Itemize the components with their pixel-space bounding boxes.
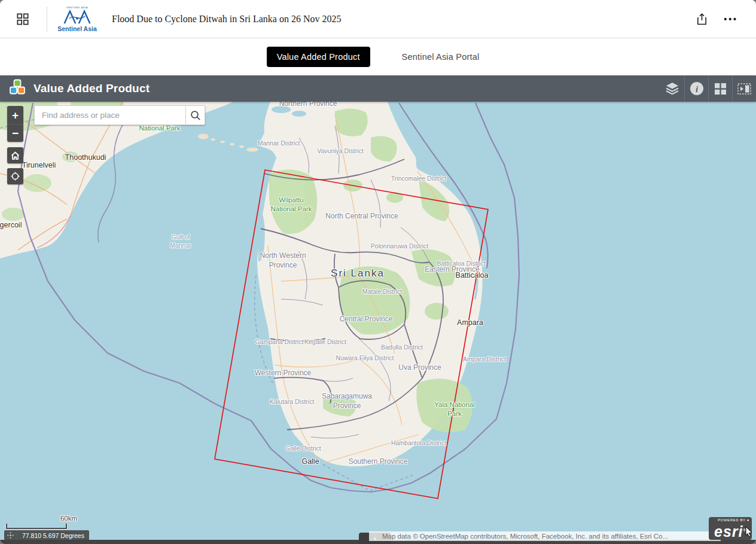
zoom-out-button[interactable]: − bbox=[7, 124, 23, 142]
zoom-in-button[interactable]: + bbox=[7, 106, 23, 124]
tab-bar: Value Added Product Sentinel Asia Portal bbox=[0, 38, 756, 76]
top-header: SENTINEL ASIA Sentinel Asia Flood Due to… bbox=[0, 0, 756, 38]
scale-label: 60km bbox=[60, 515, 77, 522]
value-added-product-logo-icon bbox=[8, 79, 26, 99]
coordinates-value: 77.810 5.697 Degrees bbox=[17, 532, 89, 539]
app-window: SENTINEL ASIA Sentinel Asia Flood Due to… bbox=[0, 0, 756, 544]
page-title: Flood Due to Cyclone Ditwah in Sri Lanka… bbox=[112, 14, 342, 25]
esri-powered-by: POWERED BY bbox=[718, 518, 746, 522]
map-title: Value Added Product bbox=[33, 82, 150, 95]
share-icon[interactable] bbox=[696, 12, 708, 26]
search-icon[interactable] bbox=[185, 105, 205, 125]
apps-grid-icon[interactable] bbox=[708, 75, 732, 102]
collapse-panel-icon[interactable] bbox=[732, 75, 756, 102]
home-button[interactable] bbox=[7, 147, 23, 163]
tab-value-added-product[interactable]: Value Added Product bbox=[267, 47, 370, 67]
search-input[interactable] bbox=[34, 105, 185, 125]
info-icon[interactable]: i bbox=[684, 75, 708, 102]
coordinate-readout: 77.810 5.697 Degrees bbox=[4, 530, 89, 540]
sentinel-asia-logo[interactable]: SENTINEL ASIA Sentinel Asia bbox=[56, 6, 99, 32]
map-canvas[interactable]: Northern ProvinceNational ParkMannar Dis… bbox=[0, 102, 756, 544]
sentinel-asia-logo-label: Sentinel Asia bbox=[57, 25, 97, 32]
esri-brand: esri® bbox=[711, 522, 749, 539]
more-options-icon[interactable]: ••• bbox=[723, 13, 739, 25]
map-attribution: Map data © OpenStreetMap contributors, M… bbox=[369, 531, 721, 541]
esri-logo: POWERED BY ● esri® bbox=[709, 517, 752, 540]
locate-icon[interactable] bbox=[7, 168, 23, 184]
map-terrain bbox=[0, 102, 756, 544]
dotted-crosshair-icon[interactable] bbox=[4, 530, 17, 540]
map-header: Value Added Product i bbox=[0, 75, 756, 102]
app-launcher-icon[interactable] bbox=[16, 12, 30, 26]
header-actions: ••• bbox=[696, 12, 739, 26]
map-search bbox=[34, 105, 205, 125]
zoom-control: + − bbox=[7, 106, 23, 142]
layers-icon[interactable] bbox=[660, 75, 684, 102]
header-divider bbox=[47, 7, 47, 32]
sentinel-asia-emblem-icon bbox=[62, 9, 92, 25]
tab-sentinel-asia-portal[interactable]: Sentinel Asia Portal bbox=[392, 47, 490, 67]
map-header-actions: i bbox=[660, 75, 756, 102]
scale-bar bbox=[6, 524, 67, 529]
